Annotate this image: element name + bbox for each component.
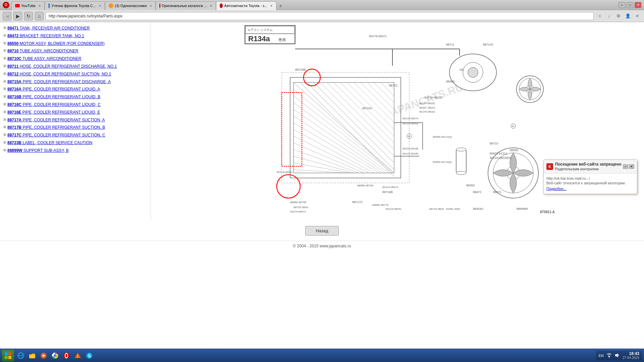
svg-text:90179-06032: 90179-06032: [419, 102, 435, 105]
svg-point-116: [54, 354, 56, 357]
tab-avtozapchasti[interactable]: Автозапчасти Toyota - з... ✕: [216, 1, 276, 10]
expand-icon[interactable]: ⊞: [3, 110, 6, 114]
part-link-88716a[interactable]: 88716A PIPE, COOLER REFRIGERANT LIQUID, …: [7, 86, 100, 92]
svg-text:88715A: 88715A: [362, 107, 372, 110]
part-link-88716e[interactable]: 88716E PIPE, COOLER REFRIGERANT LIQUID, …: [7, 110, 100, 115]
expand-icon[interactable]: ⊞: [3, 41, 6, 46]
ok-favicon: [109, 3, 113, 8]
svg-text:873911-A: 873911-A: [540, 210, 555, 214]
folder-taskbar-icon[interactable]: [27, 350, 38, 361]
expand-icon[interactable]: ⊞: [3, 148, 6, 153]
system-clock[interactable]: 18:43 27.04.2015: [623, 351, 639, 360]
expand-icon[interactable]: ⊞: [3, 25, 6, 30]
notification-header: K Посещение веб-сайта запрещено Родитель…: [544, 160, 637, 174]
part-link-88717b[interactable]: 88717B PIPE, COOLER REFRIGERANT SUCTION,…: [7, 125, 105, 130]
tab-originalnye[interactable]: Оригинальные каталоги ... ✕: [156, 1, 216, 10]
svg-text:!: !: [77, 355, 78, 358]
part-link-88899w[interactable]: 88899W SUPPORT SUB-ASSY, B: [7, 148, 69, 154]
expand-icon[interactable]: ⊞: [3, 117, 6, 122]
part-link-88472[interactable]: 88472 BRACKET, RECEIVER TANK, NO.1: [7, 33, 84, 39]
expand-icon[interactable]: ⊞: [3, 71, 6, 76]
forward-nav-button[interactable]: ▶: [13, 12, 22, 20]
opera-taskbar-icon[interactable]: [61, 350, 72, 361]
avast-taskbar-icon[interactable]: !: [72, 350, 83, 361]
user-icon[interactable]: 👤: [624, 12, 632, 20]
maximize-button[interactable]: □: [627, 2, 633, 8]
expand-icon[interactable]: ⊞: [3, 86, 6, 91]
network-tray-icon[interactable]: [606, 353, 612, 359]
expand-icon[interactable]: ⊞: [3, 94, 6, 99]
part-link-88716c[interactable]: 88716C PIPE, COOLER REFRIGERANT LIQUID, …: [7, 102, 101, 108]
part-link-88717c[interactable]: 88717C PIPE, COOLER REFRIGERANT SUCTION,…: [7, 132, 105, 138]
list-item: ⊞ 88472 BRACKET, RECEIVER TANK, NO.1: [3, 33, 147, 39]
ie-taskbar-icon[interactable]: [15, 350, 26, 361]
svg-rect-122: [608, 356, 610, 357]
expand-icon[interactable]: ⊞: [3, 48, 6, 53]
back-nav-button[interactable]: ◀: [3, 12, 11, 20]
tab-utechka-close[interactable]: ✕: [99, 4, 101, 8]
tab-avto-close[interactable]: ✕: [270, 4, 273, 8]
language-indicator[interactable]: EN: [599, 354, 604, 358]
expand-icon[interactable]: ⊞: [3, 125, 6, 129]
svg-text:90119-06541: 90119-06541: [386, 207, 402, 210]
expand-icon[interactable]: ⊞: [3, 79, 6, 84]
part-link-88717a[interactable]: 88717A PIPE, COOLER REFRIGERANT SUCTION,…: [7, 117, 105, 123]
parts-list: ⊞ 88471 TANK, RECEIVER AIR CONDITIONER ⊞…: [0, 22, 151, 221]
back-button[interactable]: Назад: [305, 226, 338, 236]
svg-text:90179-06071: 90179-06071: [369, 35, 387, 38]
svg-text:88688-2B780: 88688-2B780: [290, 201, 307, 204]
chrome-taskbar-icon[interactable]: [50, 350, 60, 361]
start-button[interactable]: [2, 350, 14, 361]
settings-icon[interactable]: ⚙: [614, 12, 623, 20]
tab-youtube-close[interactable]: ✕: [38, 4, 41, 8]
menu-icon[interactable]: ≡: [633, 12, 641, 20]
expand-icon[interactable]: ⊞: [3, 132, 6, 137]
part-link-88710c[interactable]: 88710C TUBE ASSY, AIRCONDITIONER: [7, 56, 81, 62]
expand-icon[interactable]: ⊞: [3, 102, 6, 107]
part-link-88716b[interactable]: 88716B PIPE, COOLER REFRIGERANT LIQUID, …: [7, 94, 100, 100]
part-link-88471[interactable]: 88471 TANK, RECEIVER AIR CONDITIONER: [7, 25, 90, 31]
svg-text:88460: 88460: [446, 80, 454, 83]
expand-icon[interactable]: ⊞: [3, 56, 6, 61]
part-link-88710[interactable]: 88710 TUBE ASSY, AIRCONDITIONER: [7, 48, 78, 54]
notification-details-link[interactable]: Подробно...: [546, 187, 567, 191]
tab-youtube[interactable]: YouTube ✕: [11, 1, 45, 10]
svg-text:88453: 88453: [466, 184, 475, 187]
url-bar[interactable]: http://www.japancats.ru/toyota/Parts.asp…: [46, 12, 594, 20]
notification-body: http://ok-bar.love.mail.ru.../ Веб-сайт …: [544, 174, 637, 194]
tab-orig-close[interactable]: ✕: [210, 4, 212, 8]
home-button[interactable]: ⌂: [35, 12, 44, 20]
skype-taskbar-icon[interactable]: S: [84, 350, 95, 361]
list-item: ⊞ 88716A PIPE, COOLER REFRIGERANT LIQUID…: [3, 86, 147, 92]
svg-text:88899W: 88899W: [517, 207, 528, 210]
part-link-88712[interactable]: 88712 HOSE, COOLER REFRIGERANT SUCTION, …: [7, 71, 111, 77]
minimize-button[interactable]: ─: [619, 2, 625, 8]
expand-icon[interactable]: ⊞: [3, 140, 6, 145]
tab-odnoklassniki[interactable]: (3) Одноклассники ✕: [105, 1, 156, 10]
part-link-88711[interactable]: 88711 HOSE, COOLER REFRIGERANT DISCHARGE…: [7, 64, 117, 69]
svg-text:88718-2B42: 88718-2B42: [293, 206, 308, 209]
bookmark-icon[interactable]: ☆: [596, 12, 604, 20]
tabs-bar: YouTube ✕ Утечка фреона Toyota C... ✕ (3…: [11, 0, 619, 10]
notification-close[interactable]: ✕: [629, 164, 634, 169]
expand-icon[interactable]: ⊞: [3, 33, 6, 38]
part-link-88715a[interactable]: 88715A PIPE, COOLER REFRIGERANT DISCHARG…: [7, 79, 111, 85]
svg-rect-107: [5, 356, 8, 359]
expand-icon[interactable]: ⊞: [3, 64, 6, 68]
close-button[interactable]: ✕: [635, 2, 641, 8]
notification-category: Веб-сайт относится к запрещенной категор…: [546, 181, 634, 185]
tab-ok-close[interactable]: ✕: [149, 4, 152, 8]
svg-text:90119-06674: 90119-06674: [382, 186, 398, 189]
part-link-88550[interactable]: 88550 MOTOR ASSY, BLOWER (FOR CONDENSER): [7, 41, 105, 47]
tab-utechka[interactable]: Утечка фреона Toyota C... ✕: [45, 1, 105, 10]
volume-tray-icon[interactable]: [614, 353, 620, 359]
refresh-button[interactable]: ↻: [24, 12, 33, 20]
svg-marker-123: [615, 353, 618, 357]
svg-text:90179-06071: 90179-06071: [290, 210, 306, 213]
media-taskbar-icon[interactable]: [38, 350, 49, 361]
new-tab-button[interactable]: +: [276, 2, 284, 10]
notification-minimize[interactable]: ─: [623, 164, 628, 169]
part-link-88723b[interactable]: 88723B LABEL, COOLER SERVICE CAUTION: [7, 140, 92, 146]
svg-text:90929-01311: 90929-01311: [490, 152, 507, 155]
download-icon[interactable]: ↓: [605, 12, 613, 20]
